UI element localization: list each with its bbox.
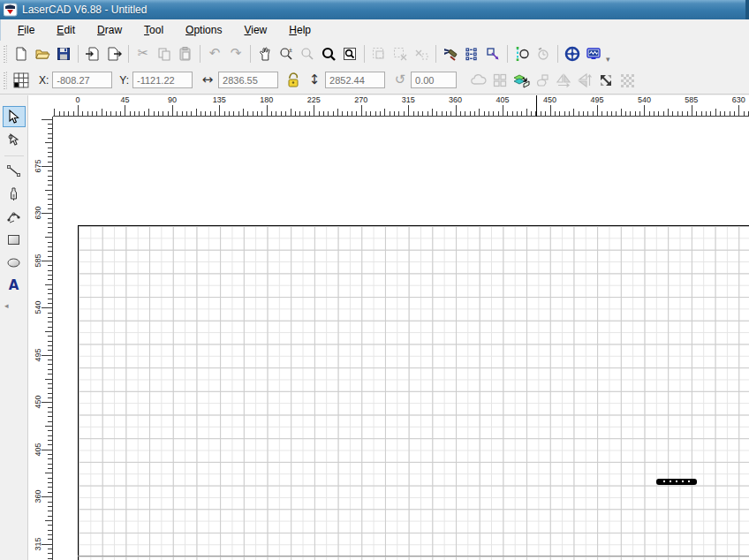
- ruler-tick-label: 225: [307, 95, 321, 104]
- scale-corner-icon: [598, 72, 614, 88]
- toolbar-grip[interactable]: [4, 45, 7, 63]
- time-clock-icon: [535, 46, 551, 62]
- width-arrow-icon: ↔: [202, 73, 214, 87]
- toolbar-grip[interactable]: [4, 72, 7, 89]
- array-copy-button[interactable]: [490, 71, 510, 90]
- select-all-button[interactable]: [369, 44, 389, 64]
- paste-button[interactable]: [176, 44, 195, 64]
- menu-bar: FileEditDrawToolOptionsViewHelp: [0, 19, 749, 41]
- anchor-grid-icon: [12, 72, 30, 89]
- cloud-button[interactable]: [469, 71, 488, 90]
- svg-text:±: ±: [289, 47, 292, 53]
- menu-item-tool[interactable]: Tool: [136, 21, 171, 39]
- undo-button[interactable]: ↶: [205, 44, 224, 64]
- copy-button[interactable]: [155, 44, 174, 64]
- zoom-page-icon: [342, 46, 358, 62]
- download-device-button[interactable]: [563, 44, 582, 64]
- invert-select-button[interactable]: [412, 44, 431, 64]
- toolbar-separator: [435, 45, 436, 63]
- pan-button[interactable]: [255, 44, 275, 64]
- menu-item-edit[interactable]: Edit: [49, 21, 83, 39]
- x-input[interactable]: [52, 72, 112, 88]
- tool-palette: A ◂: [0, 95, 28, 560]
- menu-item-options[interactable]: Options: [178, 21, 230, 39]
- output-list-button[interactable]: [462, 44, 481, 64]
- zoom-page-button[interactable]: [340, 44, 359, 64]
- tool-text[interactable]: A: [3, 275, 26, 296]
- line-tool-icon: [6, 163, 21, 178]
- tool-pen[interactable]: [3, 183, 26, 204]
- save-button[interactable]: [54, 44, 73, 64]
- time-estimate-button[interactable]: [533, 44, 553, 64]
- height-input[interactable]: [325, 72, 385, 88]
- redo-button[interactable]: ↷: [226, 44, 246, 64]
- tool-select[interactable]: [3, 106, 26, 127]
- pick-object-button[interactable]: [483, 44, 503, 64]
- aspect-lock-button[interactable]: [284, 71, 303, 90]
- cut-icon: ✂: [138, 47, 149, 60]
- new-button[interactable]: [11, 44, 31, 64]
- move-to-layer-button[interactable]: [511, 71, 531, 90]
- menu-item-view[interactable]: View: [236, 21, 275, 39]
- ruler-tick-label: 450: [543, 95, 556, 104]
- height-indicator: ↕: [305, 71, 324, 90]
- ruler-vertical: 675630585540495450405360315: [28, 117, 53, 560]
- anchor-point-button[interactable]: [11, 71, 31, 90]
- bezier-tool-icon: [6, 209, 21, 224]
- tool-node-edit[interactable]: [3, 129, 26, 150]
- drag-copy-button[interactable]: [533, 71, 552, 90]
- toolbar-overflow-button[interactable]: ▾: [606, 55, 610, 64]
- mirror-vertical-button[interactable]: [575, 71, 594, 90]
- lasercad-window: { "window": { "title": "LaserCAD V6.88 -…: [0, 0, 749, 560]
- zoom-all-button[interactable]: [319, 44, 338, 64]
- array-grid-icon: [492, 72, 508, 88]
- page-grid[interactable]: [78, 225, 749, 560]
- deselect-button[interactable]: [390, 44, 410, 64]
- rotate-input[interactable]: [411, 72, 457, 88]
- redo-icon: ↷: [231, 47, 242, 60]
- open-button[interactable]: [33, 44, 52, 64]
- simulate-button[interactable]: [441, 44, 460, 64]
- ruler-horizontal: 0459013518022527031536040545049554058563…: [28, 95, 749, 117]
- width-input[interactable]: [218, 72, 278, 88]
- drawing-canvas[interactable]: [53, 117, 749, 560]
- ruler-tick-label: 270: [354, 95, 367, 104]
- palette-collapse-button[interactable]: ◂: [4, 301, 9, 310]
- menu-item-file[interactable]: File: [10, 21, 42, 39]
- dither-button[interactable]: [617, 71, 637, 90]
- new-file-icon: [13, 46, 29, 62]
- tool-ellipse[interactable]: [3, 252, 26, 273]
- tool-bezier[interactable]: [3, 206, 26, 227]
- toolbar-separator: [507, 45, 508, 63]
- import-button[interactable]: [83, 44, 102, 64]
- mirror-horizontal-icon: [556, 72, 571, 88]
- zoom-scale-button[interactable]: ±: [276, 44, 296, 64]
- menu-item-draw[interactable]: Draw: [89, 21, 130, 39]
- menu-item-help[interactable]: Help: [281, 21, 319, 39]
- export-icon: [106, 46, 122, 62]
- height-arrow-icon: ↕: [309, 73, 321, 87]
- y-label: Y:: [119, 74, 129, 87]
- tool-rectangle[interactable]: [3, 229, 26, 250]
- ruler-tick-label: 0: [75, 95, 79, 104]
- width-indicator: ↔: [198, 71, 217, 90]
- set-start-point-button[interactable]: [512, 44, 532, 64]
- deselect-icon: [392, 46, 408, 62]
- toolbar-separator: [200, 45, 200, 63]
- display-panel-button[interactable]: [584, 44, 603, 64]
- mirror-horizontal-button[interactable]: [554, 71, 573, 90]
- ruler-tick-label: 360: [449, 95, 462, 104]
- y-input[interactable]: [132, 72, 193, 88]
- zoom-prev-button[interactable]: [298, 44, 317, 64]
- transform-toolbar: X: Y: ↔ ↕ ↺: [0, 66, 749, 95]
- ruler-tick-label: 135: [213, 95, 226, 104]
- tool-line[interactable]: [3, 160, 26, 181]
- paste-icon: [178, 46, 193, 62]
- pan-hand-icon: [257, 46, 273, 62]
- select-arrow-icon: [6, 110, 21, 125]
- cut-button[interactable]: ✂: [133, 44, 153, 64]
- export-button[interactable]: [104, 44, 124, 64]
- drawn-object[interactable]: [656, 479, 697, 485]
- ruler-tick-label: 405: [496, 95, 510, 104]
- scale-corner-button[interactable]: [596, 71, 616, 90]
